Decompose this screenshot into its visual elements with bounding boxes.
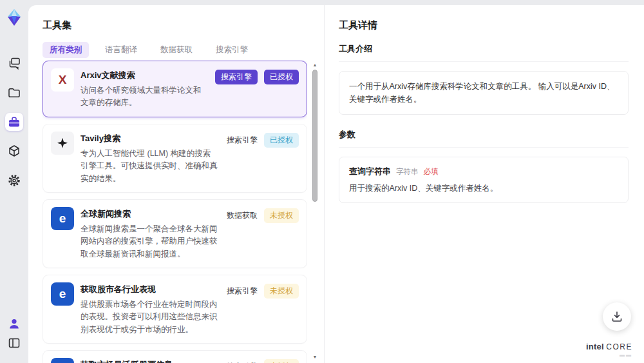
- tool-icon: e: [51, 207, 74, 230]
- tool-tags: 搜索引擎 已授权: [215, 70, 299, 84]
- category-tab[interactable]: 所有类别: [43, 42, 89, 58]
- app-logo: [5, 8, 23, 27]
- parameter-header: 查询字符串 字符串 必填: [349, 166, 618, 177]
- category-tag: 数据获取: [227, 208, 258, 223]
- tool-description: 访问各个研究领域大量科学论文和文章的存储库。: [80, 84, 206, 110]
- sidebar: [0, 0, 28, 363]
- tool-intro-text: 一个用于从Arxiv存储库搜索科学论文和文章的工具。 输入可以是Arxiv ID…: [339, 71, 629, 115]
- scroll-up-icon[interactable]: ▲: [311, 62, 319, 68]
- category-tag: 搜索引擎: [227, 284, 258, 299]
- params-section-header: 参数: [339, 129, 629, 148]
- package-icon[interactable]: [5, 142, 23, 160]
- status-badge: 未授权: [264, 359, 299, 363]
- status-badge: 未授权: [264, 208, 299, 223]
- toolbox-icon[interactable]: [5, 113, 23, 131]
- panel-toggle-icon[interactable]: [5, 334, 23, 352]
- category-tab[interactable]: 搜索引擎: [209, 42, 255, 58]
- chat-icon[interactable]: [5, 54, 23, 72]
- category-tab[interactable]: 语言翻译: [98, 42, 144, 58]
- intel-logo-sub: ▬▬: [586, 352, 632, 358]
- tool-name: Tavily搜索: [80, 133, 218, 144]
- status-badge: 已授权: [264, 70, 299, 84]
- tool-row[interactable]: Tavily搜索 专为人工智能代理 (LLM) 构建的搜索引擎工具。可快速提供实…: [43, 124, 307, 193]
- parameter-name: 查询字符串: [349, 166, 391, 177]
- tool-info: Tavily搜索 专为人工智能代理 (LLM) 构建的搜索引擎工具。可快速提供实…: [80, 132, 218, 185]
- status-badge: 已授权: [264, 133, 299, 148]
- parameter-description: 用于搜索的Arxiv ID、关键字或作者姓名。: [349, 183, 618, 194]
- intel-core-text: intel CORE: [586, 342, 632, 351]
- tool-name: Arxiv文献搜索: [80, 70, 206, 81]
- tool-info: 获取股市各行业表现 提供股票市场各个行业在特定时间段内的表现。投资者可以利用这些…: [80, 282, 218, 336]
- intro-section-header: 工具介绍: [339, 43, 629, 62]
- tool-row[interactable]: e 获取市场最活跃股票信息 提供当天交易量最高的股票列表。投资者可以利用这些信息…: [43, 350, 307, 363]
- tool-info: 获取市场最活跃股票信息 提供当天交易量最高的股票列表。投资者可以利用这些信息来识…: [80, 358, 218, 363]
- download-button[interactable]: [603, 302, 631, 331]
- settings-gear-icon[interactable]: [5, 172, 23, 190]
- tool-description: 提供股票市场各个行业在特定时间段内的表现。投资者可以利用这些信息来识别表现优于或…: [80, 299, 218, 336]
- parameter-card: 查询字符串 字符串 必填 用于搜索的Arxiv ID、关键字或作者姓名。: [339, 157, 629, 203]
- tool-detail-panel: 工具详情 工具介绍 一个用于从Arxiv存储库搜索科学论文和文章的工具。 输入可…: [325, 5, 644, 363]
- main-panel: 工具集 所有类别 语言翻译 数据获取 搜索引擎 X Arxiv文献搜索 访问各个…: [28, 5, 644, 363]
- required-badge: 必填: [424, 167, 439, 177]
- category-tab[interactable]: 数据获取: [153, 42, 200, 58]
- tool-name: 全球新闻搜索: [80, 208, 218, 220]
- tool-description: 专为人工智能代理 (LLM) 构建的搜索引擎工具。可快速提供实时、准确和真实的结…: [80, 148, 218, 185]
- tool-icon: [51, 132, 74, 155]
- category-tag: 搜索引擎: [227, 359, 258, 363]
- list-scrollbar[interactable]: ▲ ▼: [311, 62, 319, 360]
- tool-row[interactable]: e 全球新闻搜索 全球新闻搜索是一个聚合全球各大新闻网站内容的搜索引擎，帮助用户…: [43, 199, 307, 268]
- tool-icon: e: [51, 282, 74, 306]
- tool-description: 全球新闻搜索是一个聚合全球各大新闻网站内容的搜索引擎，帮助用户快速获取全球最新资…: [80, 223, 218, 260]
- tool-name: 获取股市各行业表现: [80, 284, 218, 295]
- tool-row[interactable]: X Arxiv文献搜索 访问各个研究领域大量科学论文和文章的存储库。 搜索引擎 …: [43, 61, 307, 117]
- intel-core-logo: intel CORE ▬▬: [586, 342, 632, 358]
- page-title: 工具集: [43, 19, 314, 32]
- status-badge: 未授权: [264, 284, 299, 299]
- tool-info: 全球新闻搜索 全球新闻搜索是一个聚合全球各大新闻网站内容的搜索引擎，帮助用户快速…: [80, 207, 218, 260]
- tool-icon: e: [51, 358, 74, 363]
- tool-list: X Arxiv文献搜索 访问各个研究领域大量科学论文和文章的存储库。 搜索引擎 …: [43, 61, 307, 363]
- tool-tags: 搜索引擎 未授权: [227, 284, 299, 299]
- tool-list-panel: 工具集 所有类别 语言翻译 数据获取 搜索引擎 X Arxiv文献搜索 访问各个…: [28, 5, 325, 363]
- user-icon[interactable]: [5, 315, 23, 333]
- category-tabs: 所有类别 语言翻译 数据获取 搜索引擎: [43, 42, 314, 58]
- detail-title: 工具详情: [339, 19, 629, 32]
- category-tag: 搜索引擎: [215, 70, 258, 84]
- tool-row[interactable]: e 获取股市各行业表现 提供股票市场各个行业在特定时间段内的表现。投资者可以利用…: [43, 275, 307, 344]
- tool-tags: 搜索引擎 未授权: [227, 359, 299, 363]
- scroll-down-icon[interactable]: ▼: [311, 354, 319, 360]
- parameter-type: 字符串: [396, 167, 419, 177]
- tool-info: Arxiv文献搜索 访问各个研究领域大量科学论文和文章的存储库。: [80, 68, 206, 110]
- download-icon: [610, 309, 624, 324]
- folder-icon[interactable]: [5, 84, 23, 102]
- scrollbar-thumb[interactable]: [312, 70, 317, 202]
- tool-tags: 数据获取 未授权: [227, 208, 299, 223]
- category-tag: 搜索引擎: [227, 133, 258, 148]
- tool-tags: 搜索引擎 已授权: [227, 133, 299, 148]
- tool-name: 获取市场最活跃股票信息: [80, 359, 218, 363]
- tool-icon: X: [51, 68, 74, 92]
